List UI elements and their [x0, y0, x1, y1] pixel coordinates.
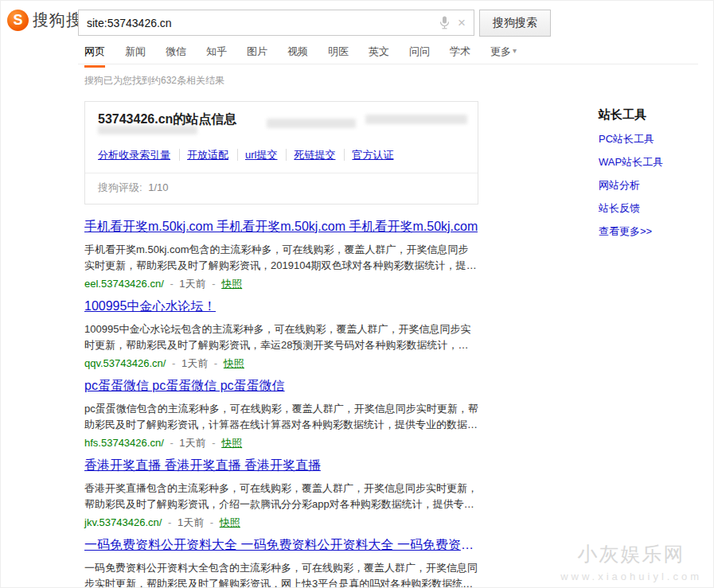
- webmaster-tools-sidebar: 站长工具 PC站长工具 WAP站长工具 网站分析 站长反馈 查看更多>>: [599, 107, 714, 247]
- search-input[interactable]: [79, 10, 439, 35]
- site-link-open-adapt[interactable]: 开放适配: [187, 149, 238, 161]
- result-meta: eel.53743426.cn/ - 1天前 - 快照: [84, 277, 478, 290]
- result-stats: 搜狗已为您找到约632条相关结果: [84, 74, 478, 88]
- separator: -: [170, 278, 173, 290]
- site-info-links: 分析收录索引量开放适配url提交死链提交官方认证: [85, 146, 478, 173]
- result-url: qqv.53743426.cn/: [84, 357, 166, 369]
- separator: -: [168, 516, 171, 528]
- result-title-link[interactable]: 香港开奖直播 香港开奖直播 香港开奖直播: [84, 458, 321, 473]
- result-cache-link[interactable]: 快照: [221, 437, 242, 449]
- chevron-down-icon: ▾: [513, 46, 517, 55]
- result-meta: jkv.53743426.cn/ - 1天前 - 快照: [84, 516, 478, 529]
- watermark: 小灰娱乐网 www.xiaohuiyl.com: [560, 541, 702, 582]
- sidebar-link-feedback[interactable]: 站长反馈: [599, 201, 714, 216]
- sidebar-link-wap-tools[interactable]: WAP站长工具: [599, 155, 714, 169]
- result-snippet: 手机看开奖m.50kj.com包含的主流彩种多，可在线购彩，覆盖人群广，开奖信息…: [84, 242, 478, 274]
- site-link-deadlink-submit[interactable]: 死链提交: [294, 149, 345, 161]
- sidebar-link-view-more[interactable]: 查看更多>>: [599, 224, 714, 239]
- search-result: 一码免费资料公开资料大全 一码免费资料公开资料大全 一码免费资料... 一码免费…: [84, 537, 478, 588]
- result-meta: qqv.53743426.cn/ - 1天前 - 快照: [84, 356, 478, 370]
- site-link-index-analysis[interactable]: 分析收录索引量: [98, 149, 180, 161]
- result-snippet: 香港开奖直播包含的主流彩种多，可在线购彩，覆盖人群广，开奖信息同步实时更新，帮助…: [84, 481, 478, 512]
- result-snippet: 一码免费资料公开资料大全包含的主流彩种多，可在线购彩，覆盖人群广，开奖信息同步实…: [84, 560, 478, 588]
- separator: -: [210, 516, 213, 528]
- sidebar-link-pc-tools[interactable]: PC站长工具: [599, 132, 714, 146]
- result-time: 1天前: [179, 437, 205, 449]
- result-url: eel.53743426.cn/: [84, 278, 164, 290]
- sogou-search-results-page: S 搜狗搜索 × 搜狗搜索 网页 新闻 微信 知乎 图片 视频 明医 英文: [0, 0, 714, 588]
- result-meta: hfs.53743426.cn/ - 1天前 - 快照: [84, 436, 478, 450]
- result-snippet: 100995中金心水论坛包含的主流彩种多，可在线购彩，覆盖人群广，开奖信息同步实…: [84, 321, 478, 353]
- watermark-site-name: 小灰娱乐网: [560, 541, 702, 567]
- result-title-link[interactable]: 一码免费资料公开资料大全 一码免费资料公开资料大全 一码免费资料...: [84, 537, 478, 553]
- result-cache-link[interactable]: 快照: [221, 278, 242, 290]
- site-link-official-verify[interactable]: 官方认证: [352, 149, 402, 161]
- result-time: 1天前: [179, 278, 205, 290]
- site-link-url-submit[interactable]: url提交: [245, 149, 287, 161]
- site-info-box: 53743426.cn的站点信息 分析收录索引量开放适配url提交死链提交官方认…: [84, 101, 478, 204]
- watermark-site-url: www.xiaohuiyl.com: [560, 570, 702, 582]
- sogou-rating-row: 搜狗评级: 1/10: [85, 173, 478, 204]
- result-cache-link[interactable]: 快照: [224, 357, 244, 369]
- search-button[interactable]: 搜狗搜索: [479, 10, 551, 37]
- result-url: hfs.53743426.cn/: [84, 437, 164, 449]
- separator: -: [214, 357, 217, 369]
- result-title-link[interactable]: 手机看开奖m.50kj.com 手机看开奖m.50kj.com 手机看开奖m.5…: [84, 219, 478, 235]
- rating-label: 搜狗评级:: [98, 181, 142, 193]
- result-time: 1天前: [178, 516, 204, 528]
- sogou-logo-icon: S: [7, 10, 29, 31]
- clear-search-icon[interactable]: ×: [458, 16, 466, 29]
- search-result: 手机看开奖m.50kj.com 手机看开奖m.50kj.com 手机看开奖m.5…: [84, 219, 478, 290]
- sidebar-link-site-analysis[interactable]: 网站分析: [599, 178, 714, 193]
- search-box: ×: [78, 10, 474, 36]
- sidebar-title: 站长工具: [599, 107, 714, 123]
- site-info-header: 53743426.cn的站点信息: [85, 102, 478, 146]
- microphone-icon[interactable]: [439, 16, 450, 29]
- search-result: pc蛋蛋微信 pc蛋蛋微信 pc蛋蛋微信 pc蛋蛋微信包含的主流彩种多，可在线购…: [84, 378, 478, 450]
- result-url: jkv.53743426.cn/: [84, 516, 162, 528]
- search-result: 香港开奖直播 香港开奖直播 香港开奖直播 香港开奖直播包含的主流彩种多，可在线购…: [84, 458, 478, 529]
- site-info-title: 53743426.cn的站点信息: [98, 111, 465, 128]
- result-title-link[interactable]: 100995中金心水论坛！: [84, 298, 216, 314]
- result-title-link[interactable]: pc蛋蛋微信 pc蛋蛋微信 pc蛋蛋微信: [84, 378, 285, 394]
- separator: -: [170, 437, 173, 449]
- separator: -: [212, 437, 215, 449]
- result-cache-link[interactable]: 快照: [220, 516, 240, 528]
- nav-divider: [78, 64, 698, 64]
- search-result: 100995中金心水论坛！ 100995中金心水论坛包含的主流彩种多，可在线购彩…: [84, 298, 478, 370]
- result-time: 1天前: [181, 357, 208, 369]
- tab-more-label: 更多: [490, 45, 511, 59]
- results-column: 搜狗已为您找到约632条相关结果 53743426.cn的站点信息 分析收录索引…: [84, 74, 478, 588]
- result-snippet: pc蛋蛋微信包含的主流彩种多，可在线购彩，覆盖人群广，开奖信息同步实时更新，帮助…: [84, 401, 478, 433]
- separator: -: [172, 357, 175, 369]
- separator: -: [212, 278, 215, 290]
- rating-value: 1/10: [148, 181, 168, 193]
